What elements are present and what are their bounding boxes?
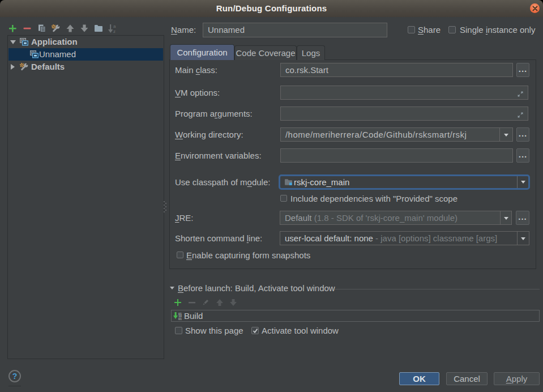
svg-text:a: a: [113, 24, 116, 29]
svg-text:01: 01: [178, 317, 182, 320]
svg-text:z: z: [113, 29, 116, 33]
